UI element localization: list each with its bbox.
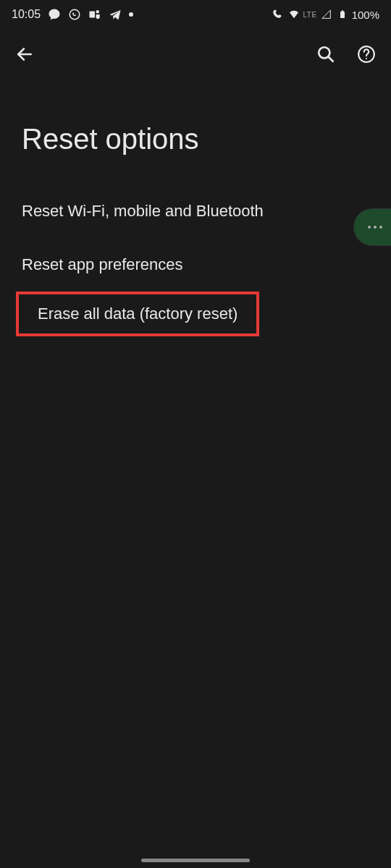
svg-rect-3 <box>340 12 345 18</box>
battery-percent: 100% <box>352 9 379 21</box>
svg-point-0 <box>70 9 80 20</box>
battery-icon <box>336 8 349 21</box>
help-button[interactable] <box>356 44 377 64</box>
status-time: 10:05 <box>12 8 41 21</box>
chat-icon <box>48 8 61 21</box>
app-bar <box>0 29 391 80</box>
more-horizontal-icon <box>368 226 382 229</box>
option-erase-all-data[interactable]: Erase all data (factory reset) <box>16 292 259 336</box>
svg-rect-4 <box>341 11 343 12</box>
search-icon <box>316 45 335 64</box>
whatsapp-icon <box>68 8 81 21</box>
overflow-fab[interactable] <box>353 208 391 246</box>
back-button[interactable] <box>14 44 35 64</box>
svg-point-2 <box>96 10 100 14</box>
more-notifications-dot <box>129 12 133 17</box>
telegram-icon <box>109 8 122 21</box>
svg-point-9 <box>366 58 367 59</box>
option-reset-wifi-mobile-bluetooth[interactable]: Reset Wi-Fi, mobile and Bluetooth <box>0 184 391 238</box>
arrow-left-icon <box>15 45 34 64</box>
svg-rect-1 <box>90 12 96 18</box>
status-bar: 10:05 LTE 100% <box>0 0 391 29</box>
search-button[interactable] <box>316 44 336 64</box>
status-right: LTE 100% <box>272 8 379 21</box>
svg-line-7 <box>328 56 333 61</box>
page-title: Reset options <box>0 80 391 184</box>
network-label: LTE <box>303 11 317 19</box>
option-list: Reset Wi-Fi, mobile and Bluetooth Reset … <box>0 184 391 336</box>
wifi-icon <box>287 8 300 21</box>
signal-icon <box>320 8 333 21</box>
navigation-handle[interactable] <box>141 859 250 862</box>
option-reset-app-preferences[interactable]: Reset app preferences <box>0 238 391 292</box>
status-left: 10:05 <box>12 8 133 21</box>
help-icon <box>357 45 376 64</box>
wifi-calling-icon <box>272 8 285 21</box>
teams-icon <box>88 8 101 21</box>
